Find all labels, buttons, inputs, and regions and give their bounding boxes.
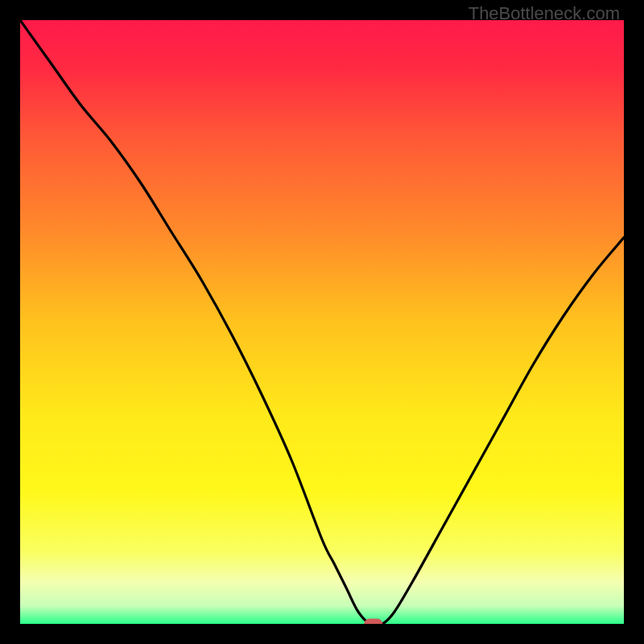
optimal-point-marker (365, 619, 382, 624)
chart-frame (20, 20, 624, 624)
gradient-background (20, 20, 624, 624)
bottleneck-chart (20, 20, 624, 624)
